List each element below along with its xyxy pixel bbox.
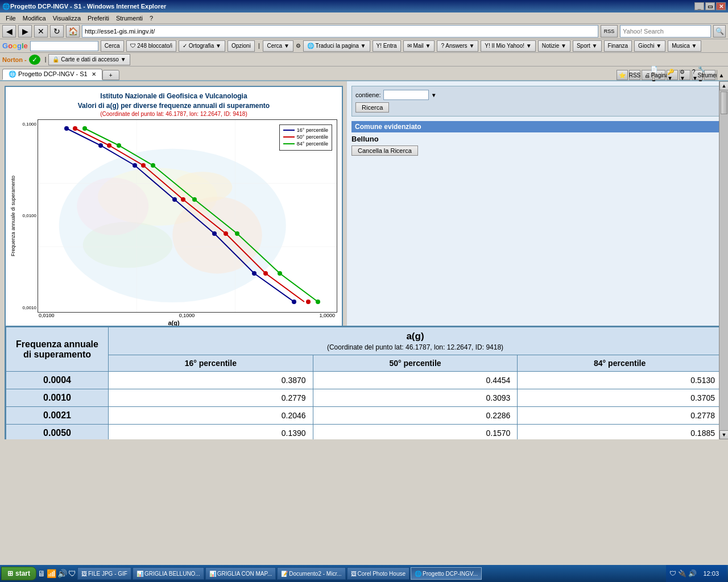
taskbar-item-3[interactable]: 📝 Documento2 - Micr...: [277, 567, 345, 580]
table-row: 0.0010 0.2779 0.3093 0.3705: [6, 389, 722, 407]
giochi-button[interactable]: Giochi ▼: [634, 40, 665, 52]
taskbar-tray: 🛡 🔌 🔊 12:03: [666, 565, 727, 582]
start-button[interactable]: ⊞ start: [1, 567, 36, 580]
scroll-thumb[interactable]: [721, 92, 727, 114]
taskbar-item-label-5: Progetto DCP-INGV...: [423, 571, 478, 577]
svg-point-14: [212, 231, 217, 236]
tray-icon-4: 🛡: [68, 569, 76, 578]
ortografia-button[interactable]: ✓ Ortografia ▼: [179, 40, 225, 52]
p16-cell: 0.2046: [109, 407, 313, 425]
legend-label-16: 16° percentile: [297, 127, 328, 133]
chart-panel: Istituto Nazionale di Geofisica e Vulcan…: [0, 81, 347, 326]
tray-icon-volume: 🔊: [688, 569, 697, 577]
svg-point-16: [292, 300, 296, 304]
contiene-label: contiene:: [355, 92, 381, 98]
scroll-up-button[interactable]: ▲: [719, 81, 728, 90]
blocked-button[interactable]: 🛡 248 bloccato/i: [126, 40, 177, 52]
svg-point-17: [73, 126, 77, 131]
cerca-button-1[interactable]: Cerca: [101, 40, 124, 52]
home-button[interactable]: 🏠: [66, 25, 80, 38]
forward-button[interactable]: ▶: [18, 25, 32, 38]
chart-title: Valori di a(g) per diverse frequenze ann…: [10, 101, 337, 111]
sport-button[interactable]: Sport ▼: [573, 40, 602, 52]
scrollbar-right-top[interactable]: ▲: [717, 70, 726, 80]
carte-button[interactable]: 🔒 Carte e dati di accesso ▼: [48, 54, 130, 65]
legend-line-50: [283, 136, 295, 138]
google-search-input[interactable]: [30, 41, 98, 51]
percentile-16-header: 16° percentile: [109, 355, 313, 372]
refresh-button[interactable]: ↻: [50, 25, 64, 38]
legend-item-50: 50° percentile: [283, 134, 328, 140]
menu-strumenti[interactable]: Strumenti: [113, 14, 146, 23]
minimize-button[interactable]: _: [694, 2, 704, 10]
scrollbar-vertical: ▲ ▼: [719, 81, 728, 439]
back-button[interactable]: ◀: [2, 25, 16, 38]
percentile-50-header: 50° percentile: [313, 355, 518, 372]
tab-safety-button[interactable]: 🔑 ▼: [667, 70, 678, 80]
menu-preferiti[interactable]: Preferiti: [84, 14, 113, 23]
new-tab-button[interactable]: +: [102, 70, 119, 80]
taskbar-item-0[interactable]: 🖼 FILE JPG - GIF: [77, 567, 131, 580]
scroll-down-button[interactable]: ▼: [719, 430, 728, 439]
tab-fav-button[interactable]: ⭐: [617, 70, 628, 80]
menu-visualizza[interactable]: Visualizza: [49, 14, 84, 23]
chart-container: Istituto Nazionale di Geofisica e Vulcan…: [5, 86, 343, 332]
tab-close-button[interactable]: ✕: [92, 71, 96, 77]
contiene-input[interactable]: [383, 90, 429, 100]
taskbar-item-1[interactable]: 📊 GRIGLIA BELLUNO...: [133, 567, 204, 580]
taskbar-item-icon-5: 🌐: [415, 571, 421, 577]
title-bar: 🌐 Progetto DCP-INGV - S1 - Windows Inter…: [0, 0, 728, 13]
tab-extra-button[interactable]: 🔧 Strumenti ▼: [704, 70, 715, 80]
finanza-button[interactable]: Finanza: [604, 40, 632, 52]
table-row: 0.0004 0.3870 0.4454 0.5130: [6, 372, 722, 389]
musica-button[interactable]: Musica ▼: [668, 40, 701, 52]
taskbar: ⊞ start 🖥 📶 🔊 🛡 🖼 FILE JPG - GIF 📊 GRIGL…: [0, 565, 728, 582]
norton-separator: |: [45, 56, 47, 63]
il-mio-yahoo-button[interactable]: Y! Il Mio Yahoo! ▼: [481, 40, 535, 52]
rss-button[interactable]: RSS: [601, 25, 618, 38]
traduci-button[interactable]: 🌐 Traduci la pagina ▼: [303, 40, 370, 52]
tab-page-button[interactable]: 📄 Pagina ▼: [654, 70, 665, 80]
menu-file[interactable]: File: [2, 14, 19, 23]
taskbar-item-2[interactable]: 📊 GRIGLIA CON MAP...: [205, 567, 276, 580]
search-button[interactable]: 🔍: [713, 25, 726, 38]
freq-header: Frequenza annualedi superamento: [6, 327, 109, 372]
start-label: start: [15, 569, 30, 577]
address-input[interactable]: [82, 25, 598, 38]
stop-button[interactable]: ✕: [34, 25, 48, 38]
taskbar-item-label-4: Corel Photo House: [358, 571, 406, 577]
search-input[interactable]: [620, 25, 711, 38]
y-tick-labels: 0,1000 0,0100 0,0010: [17, 119, 38, 313]
legend-label-84: 84° percentile: [297, 141, 328, 147]
entra-button[interactable]: Y! Entra: [373, 40, 401, 52]
close-button[interactable]: ✕: [716, 2, 726, 10]
p50-cell: 0.4454: [313, 372, 518, 389]
taskbar-item-5[interactable]: 🌐 Progetto DCP-INGV...: [411, 567, 482, 580]
svg-point-15: [252, 271, 257, 276]
cerca-button-2[interactable]: Cerca ▼: [263, 40, 293, 52]
taskbar-item-label-3: Documento2 - Micr...: [289, 571, 341, 577]
svg-point-22: [263, 271, 268, 276]
tab-rss-button[interactable]: RSS: [629, 70, 640, 80]
menu-help[interactable]: ?: [146, 14, 156, 23]
contiene-dropdown[interactable]: ▼: [431, 92, 437, 98]
svg-point-30: [316, 300, 320, 304]
p84-cell: 0.2778: [518, 407, 722, 425]
norton-icon: ✓: [29, 55, 40, 65]
notizie-button[interactable]: Notizie ▼: [538, 40, 570, 52]
taskbar-item-icon-2: 📊: [209, 571, 216, 577]
active-tab[interactable]: 🌐 Progetto DCP-INGV - S1 ✕: [2, 69, 102, 80]
opzioni-button[interactable]: Opzioni: [228, 40, 255, 52]
menu-modifica[interactable]: Modifica: [19, 14, 49, 23]
cancella-button[interactable]: Cancella la Ricerca: [351, 146, 418, 156]
mail-button[interactable]: ✉ Mail ▼: [403, 40, 435, 52]
answers-button[interactable]: ? Answers ▼: [437, 40, 478, 52]
p84-cell: 0.3705: [518, 389, 722, 407]
taskbar-item-4[interactable]: 🖼 Corel Photo House: [347, 567, 410, 580]
restore-button[interactable]: ▭: [705, 2, 715, 10]
ricerca-button[interactable]: Ricerca: [355, 102, 389, 113]
window-title: Progetto DCP-INGV - S1 - Windows Interne…: [10, 3, 166, 10]
tab-tools-button[interactable]: ⚙ ▼: [679, 70, 690, 80]
legend-label-50: 50° percentile: [297, 134, 328, 140]
p84-cell: 0.1885: [518, 425, 722, 440]
